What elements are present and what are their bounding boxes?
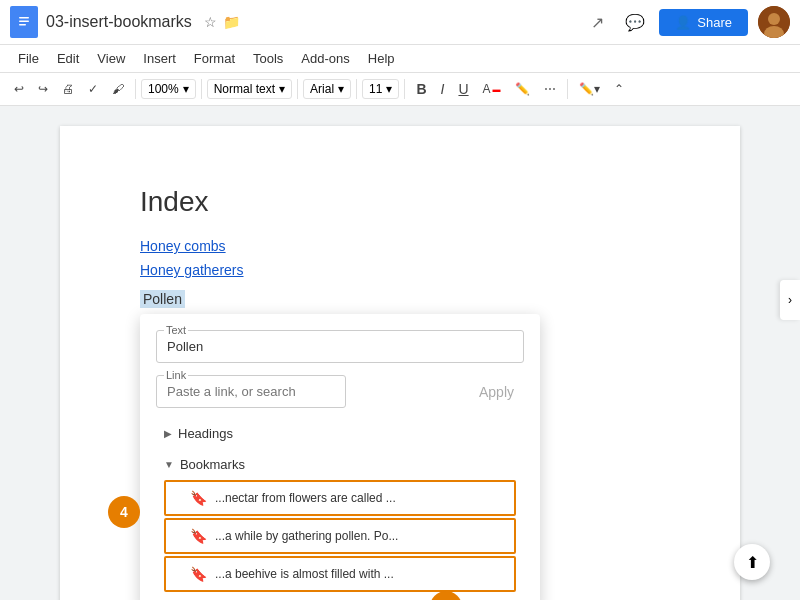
doc-title: 03-insert-bookmarks (46, 13, 192, 31)
highlight-button[interactable]: ✏️ (509, 78, 536, 100)
svg-rect-1 (19, 17, 29, 19)
separator-6 (567, 79, 568, 99)
headings-label: Headings (178, 426, 233, 441)
star-icon[interactable]: ☆ (204, 14, 217, 30)
navigate-icon: ⬆ (746, 553, 759, 572)
chevron-down-icon: ▾ (183, 82, 189, 96)
bookmark-text-0: ...nectar from flowers are called ... (215, 491, 396, 505)
bookmark-text-2: ...a beehive is almost filled with ... (215, 567, 394, 581)
text-field-container: Text (156, 330, 524, 363)
bookmark-item-1[interactable]: 🔖 ...a while by gathering pollen. Po... (164, 518, 516, 554)
selected-text[interactable]: Pollen (140, 290, 185, 308)
bookmark-icon-1: 🔖 (190, 528, 207, 544)
italic-button[interactable]: I (435, 77, 451, 101)
activity-icon[interactable]: ↗ (583, 8, 611, 36)
link-row: Link Apply (156, 375, 524, 408)
apply-button[interactable]: Apply (469, 378, 524, 406)
undo-button[interactable]: ↩ (8, 78, 30, 100)
more-button[interactable]: ⋯ (538, 78, 562, 100)
menu-format[interactable]: Format (186, 47, 243, 70)
headings-section[interactable]: ▶ Headings (156, 420, 524, 447)
bookmark-item-0[interactable]: 🔖 ...nectar from flowers are called ... (164, 480, 516, 516)
separator-2 (201, 79, 202, 99)
menu-addons[interactable]: Add-ons (293, 47, 357, 70)
chevron-down-icon: ▾ (386, 82, 392, 96)
text-field-label: Text (164, 324, 188, 336)
doc-scroll-area[interactable]: Index Honey combs Honey gatherers Pollen… (0, 106, 800, 600)
redo-button[interactable]: ↪ (32, 78, 54, 100)
title-icons: ☆ 📁 (204, 14, 240, 30)
underline-button[interactable]: U (452, 77, 474, 101)
menu-tools[interactable]: Tools (245, 47, 291, 70)
chevron-down-icon: ▾ (279, 82, 285, 96)
doc-title-text: Index (140, 186, 660, 218)
avatar[interactable] (758, 6, 790, 38)
editing-mode-button[interactable]: ✏️▾ (573, 78, 606, 100)
toolbar: ↩ ↪ 🖨 ✓ 🖌 100% ▾ Normal text ▾ Arial ▾ 1… (0, 73, 800, 106)
menu-file[interactable]: File (10, 47, 47, 70)
link-field-label: Link (164, 369, 188, 381)
separator-4 (356, 79, 357, 99)
bold-button[interactable]: B (410, 77, 432, 101)
separator-3 (297, 79, 298, 99)
menu-insert[interactable]: Insert (135, 47, 184, 70)
expand-button[interactable]: ⌃ (608, 78, 630, 100)
menu-help[interactable]: Help (360, 47, 403, 70)
comment-icon[interactable]: 💬 (621, 8, 649, 36)
link-honey-combs[interactable]: Honey combs (140, 238, 660, 254)
share-button[interactable]: 👤 Share (659, 9, 748, 36)
doc-area: Index Honey combs Honey gatherers Pollen… (0, 106, 800, 600)
share-icon: 👤 (675, 15, 691, 30)
triangle-icon-bookmarks: ▼ (164, 459, 174, 470)
link-popup: Text Link Apply ▶ Headings (140, 314, 540, 600)
navigate-button[interactable]: ⬆ (734, 544, 770, 580)
menu-bar: File Edit View Insert Format Tools Add-o… (0, 45, 800, 73)
text-color-button[interactable]: A▬ (477, 78, 507, 100)
print-button[interactable]: 🖨 (56, 78, 80, 100)
separator-5 (404, 79, 405, 99)
link-honey-gatherers[interactable]: Honey gatherers (140, 262, 660, 278)
bookmarks-header[interactable]: ▼ Bookmarks (156, 451, 524, 478)
chevron-down-icon: ▾ (338, 82, 344, 96)
step-badge-4: 4 (108, 496, 140, 528)
bookmark-item-2[interactable]: 🔖 ...a beehive is almost filled with ... (164, 556, 516, 592)
doc-page: Index Honey combs Honey gatherers Pollen… (60, 126, 740, 600)
menu-view[interactable]: View (89, 47, 133, 70)
right-arrow-button[interactable]: › (780, 280, 800, 320)
bookmarks-section: ▼ Bookmarks 🔖 ...nectar from flowers are… (156, 451, 524, 592)
zoom-dropdown[interactable]: 100% ▾ (141, 79, 196, 99)
svg-rect-3 (19, 24, 26, 26)
title-bar: 03-insert-bookmarks ☆ 📁 ↗ 💬 👤 Share (0, 0, 800, 45)
menu-edit[interactable]: Edit (49, 47, 87, 70)
doc-icon (10, 6, 38, 38)
top-right-actions: ↗ 💬 👤 Share (583, 6, 790, 38)
font-dropdown[interactable]: Arial ▾ (303, 79, 351, 99)
separator-1 (135, 79, 136, 99)
svg-rect-2 (19, 21, 29, 23)
size-dropdown[interactable]: 11 ▾ (362, 79, 399, 99)
svg-point-5 (768, 13, 780, 25)
paint-format-button[interactable]: 🖌 (106, 78, 130, 100)
chevron-right-icon: › (788, 293, 792, 307)
folder-icon[interactable]: 📁 (223, 14, 240, 30)
spellcheck-button[interactable]: ✓ (82, 78, 104, 100)
triangle-icon: ▶ (164, 428, 172, 439)
bookmark-icon-0: 🔖 (190, 490, 207, 506)
bookmark-icon-2: 🔖 (190, 566, 207, 582)
style-dropdown[interactable]: Normal text ▾ (207, 79, 292, 99)
bookmarks-label: Bookmarks (180, 457, 245, 472)
text-input[interactable] (156, 330, 524, 363)
bookmark-text-1: ...a while by gathering pollen. Po... (215, 529, 398, 543)
